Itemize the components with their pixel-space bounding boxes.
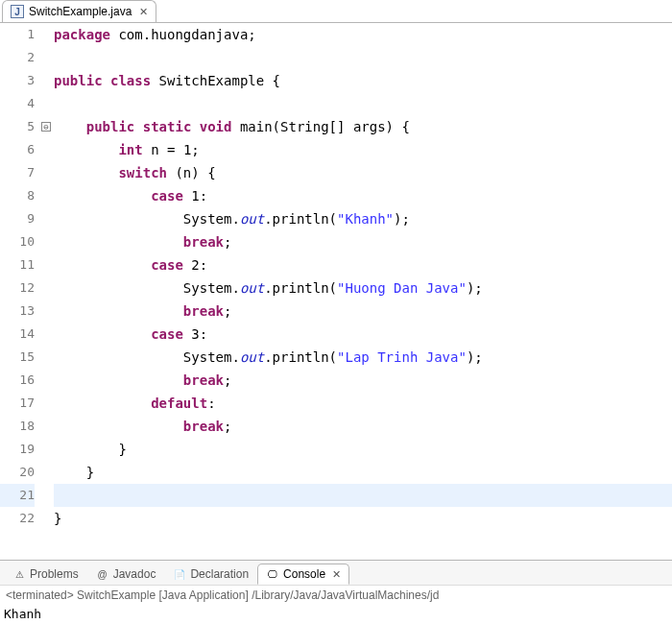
line-number: 14	[0, 323, 35, 346]
code-line[interactable]	[54, 484, 672, 507]
code-line[interactable]: break;	[54, 230, 672, 253]
line-number: 19	[0, 438, 35, 461]
code-line[interactable]: case 1:	[54, 184, 672, 207]
view-tab-problems[interactable]: ⚠Problems	[4, 564, 87, 585]
view-tab-label: Console	[283, 567, 325, 581]
code-line[interactable]: break;	[54, 369, 672, 392]
line-number: 16	[0, 369, 35, 392]
code-line[interactable]: break;	[54, 415, 672, 438]
view-tab-label: Javadoc	[113, 567, 156, 581]
line-number: 8	[0, 184, 35, 207]
problems-icon: ⚠	[12, 567, 26, 581]
line-number: 6	[0, 138, 35, 161]
code-line[interactable]: System.out.println("Lap Trinh Java");	[54, 346, 672, 369]
java-file-icon: J	[11, 5, 24, 18]
code-editor[interactable]: 12345678910111213141516171819202122 ⊖ pa…	[0, 22, 672, 560]
line-number: 21	[0, 484, 35, 507]
code-line[interactable]	[54, 46, 672, 69]
fold-strip: ⊖	[40, 23, 54, 560]
line-number: 17	[0, 392, 35, 415]
line-number: 13	[0, 300, 35, 323]
code-line[interactable]: case 3:	[54, 323, 672, 346]
line-number: 18	[0, 415, 35, 438]
code-line[interactable]: public class SwitchExample {	[54, 69, 672, 92]
line-number: 12	[0, 276, 35, 300]
line-number: 3	[0, 69, 35, 92]
view-tab-label: Problems	[30, 567, 79, 581]
code-line[interactable]: default:	[54, 392, 672, 415]
fold-toggle-icon[interactable]: ⊖	[41, 122, 51, 132]
code-line[interactable]: break;	[54, 300, 672, 323]
view-tab-javadoc[interactable]: @Javadoc	[87, 564, 165, 585]
code-line[interactable]: package com.huongdanjava;	[54, 23, 672, 46]
line-number: 11	[0, 253, 35, 276]
code-line[interactable]: }	[54, 438, 672, 461]
line-number: 7	[0, 161, 35, 184]
code-line[interactable]	[54, 92, 672, 115]
code-line[interactable]: case 2:	[54, 253, 672, 276]
close-icon[interactable]: ✕	[332, 568, 341, 581]
close-icon[interactable]: ✕	[139, 6, 148, 18]
code-line[interactable]: }	[54, 461, 672, 484]
line-number: 20	[0, 461, 35, 484]
editor-tab-filename: SwitchExample.java	[29, 5, 132, 18]
line-number: 22	[0, 507, 35, 530]
editor-tab[interactable]: J SwitchExample.java ✕	[2, 0, 156, 22]
code-line[interactable]: public static void main(String[] args) {	[54, 115, 672, 138]
line-number: 4	[0, 92, 35, 115]
line-number: 1	[0, 23, 35, 46]
console-icon: 🖵	[266, 567, 279, 581]
line-number: 5	[0, 115, 35, 138]
bottom-views-tabbar: ⚠Problems@Javadoc📄Declaration🖵Console✕	[0, 560, 672, 585]
code-line[interactable]: }	[54, 507, 672, 530]
console-status: <terminated> SwitchExample [Java Applica…	[0, 585, 672, 605]
line-number: 10	[0, 230, 35, 253]
code-line[interactable]: System.out.println("Khanh");	[54, 207, 672, 230]
view-tab-console[interactable]: 🖵Console✕	[257, 564, 349, 585]
line-number: 15	[0, 346, 35, 369]
code-line[interactable]: int n = 1;	[54, 138, 672, 161]
line-number: 2	[0, 46, 35, 69]
javadoc-icon: @	[96, 567, 109, 581]
code-content[interactable]: package com.huongdanjava;public class Sw…	[54, 23, 672, 560]
console-output: Khanh	[0, 605, 672, 623]
line-number-gutter: 12345678910111213141516171819202122	[0, 23, 40, 560]
declaration-icon: 📄	[173, 567, 186, 581]
code-line[interactable]: System.out.println("Huong Dan Java");	[54, 276, 672, 300]
line-number: 9	[0, 207, 35, 230]
code-line[interactable]: switch (n) {	[54, 161, 672, 184]
view-tab-label: Declaration	[190, 567, 249, 581]
view-tab-declaration[interactable]: 📄Declaration	[164, 564, 257, 585]
